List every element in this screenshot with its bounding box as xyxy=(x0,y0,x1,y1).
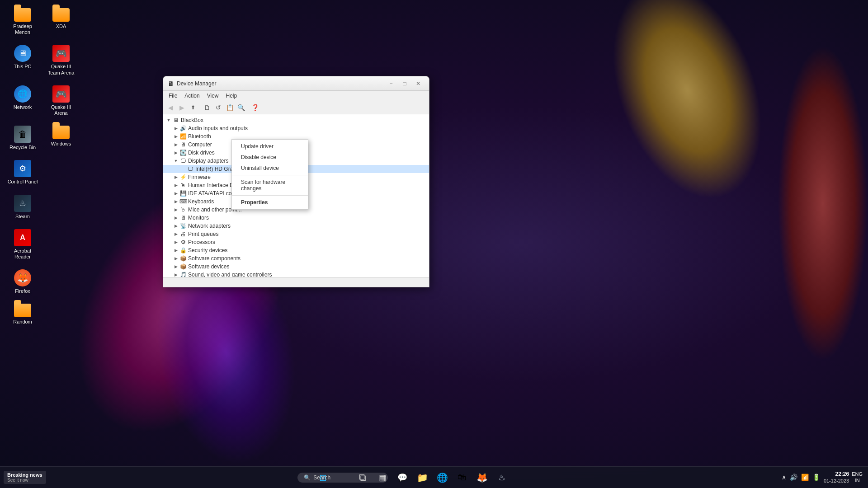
wifi-icon[interactable]: 📶 xyxy=(800,473,810,482)
clock[interactable]: 22:26 01-12-2023 xyxy=(824,471,849,484)
tree-expander[interactable]: ▶ xyxy=(172,190,179,197)
tree-expander[interactable]: ▶ xyxy=(172,230,179,238)
tree-item-monitors[interactable]: ▶ 🖥 Monitors xyxy=(163,214,429,222)
toolbar-help[interactable]: ❓ xyxy=(250,102,260,113)
steam-taskbar-button[interactable]: ♨ xyxy=(493,469,511,487)
desktop-icon-controlpanel[interactable]: ⚙ Control Panel xyxy=(5,156,41,188)
icon-row-8: 🦊 Firefox xyxy=(5,266,79,298)
desktop-icon-windows[interactable]: Windows xyxy=(43,122,79,154)
tree-icon: 📦 xyxy=(179,255,187,262)
maximize-button[interactable]: □ xyxy=(398,79,411,88)
close-button[interactable]: ✕ xyxy=(412,79,425,88)
desktop-icon-quake3-2[interactable]: 🎮 Quake III Arena xyxy=(43,82,79,120)
desktop-icon-recycle[interactable]: 🗑 Recycle Bin xyxy=(5,122,41,154)
toolbar-update[interactable]: ↺ xyxy=(213,102,224,113)
tree-expander[interactable]: ▶ xyxy=(172,255,179,262)
toolbar-scan[interactable]: 🔍 xyxy=(236,102,246,113)
tree-item-label: Software components xyxy=(188,255,429,262)
desktop-icon-network[interactable]: 🌐 Network xyxy=(5,82,41,120)
desktop-icon-quake3-arena[interactable]: 🎮 Quake III Team Arena xyxy=(43,41,79,79)
desktop-icon-xda[interactable]: XDA xyxy=(43,5,79,39)
menu-help[interactable]: Help xyxy=(222,92,241,100)
region-label: IN xyxy=(852,477,863,483)
desktop-icon-steam[interactable]: ♨ Steam xyxy=(5,191,41,223)
search-taskbar-button[interactable]: 🔍 Search xyxy=(334,469,352,487)
battery-icon[interactable]: 🔋 xyxy=(811,473,821,482)
ctx-scan-hardware[interactable]: Scan for hardware changes xyxy=(232,177,308,194)
file-explorer-button[interactable]: 📁 xyxy=(413,469,431,487)
teams-icon: 💬 xyxy=(397,473,407,483)
toolbar-back[interactable]: ◀ xyxy=(165,102,176,113)
tree-expander[interactable]: ▶ xyxy=(172,263,179,270)
tree-expander[interactable]: ▶ xyxy=(172,206,179,213)
steam-icon: ♨ xyxy=(14,195,31,212)
tree-item-processors[interactable]: ▶ ⚙ Processors xyxy=(163,238,429,246)
firefox-taskbar-icon: 🦊 xyxy=(476,472,488,483)
ctx-disable-device[interactable]: Disable device xyxy=(232,152,308,163)
tree-item-print-queues[interactable]: ▶ 🖨 Print queues xyxy=(163,230,429,238)
tree-expander[interactable]: ▶ xyxy=(172,182,179,189)
tree-item-software-components[interactable]: ▶ 📦 Software components xyxy=(163,254,429,263)
toolbar-properties[interactable]: 🗋 xyxy=(202,102,212,113)
news-ticker[interactable]: Breaking news See it now xyxy=(4,471,46,484)
widgets-button[interactable]: ▦ xyxy=(373,469,392,487)
desktop-icon-thispc[interactable]: 🖥 This PC xyxy=(5,41,41,79)
menu-action[interactable]: Action xyxy=(181,92,203,100)
desktop-icon-label: Control Panel xyxy=(8,179,38,185)
edge-button[interactable]: 🌐 xyxy=(433,469,451,487)
ctx-update-driver[interactable]: Update driver xyxy=(232,141,308,152)
window-titlebar: 🖥 Device Manager − □ ✕ xyxy=(163,76,429,91)
minimize-button[interactable]: − xyxy=(385,79,397,88)
ctx-properties[interactable]: Properties xyxy=(232,197,308,208)
desktop-icon-label: Pradeep Menon xyxy=(6,23,39,35)
store-button[interactable]: 🛍 xyxy=(453,469,471,487)
desktop-icon-pradeep[interactable]: Pradeep Menon xyxy=(5,5,41,39)
tree-expander-display[interactable]: ▼ xyxy=(172,157,179,164)
icon-row-6: ♨ Steam xyxy=(5,191,79,223)
tree-item-label: IDE ATA/ATAPI contro... xyxy=(188,190,429,197)
bg-decoration-1 xyxy=(585,0,790,220)
teams-button[interactable]: 💬 xyxy=(393,469,411,487)
tree-expander[interactable]: ▶ xyxy=(172,149,179,156)
tree-item-security[interactable]: ▶ 🔒 Security devices xyxy=(163,246,429,254)
menu-view[interactable]: View xyxy=(203,92,222,100)
tree-expander[interactable]: ▶ xyxy=(172,247,179,254)
window-controls: − □ ✕ xyxy=(385,79,425,88)
folder-icon xyxy=(52,126,70,139)
tree-expander[interactable]: ▶ xyxy=(172,222,179,230)
tree-item-software-devices[interactable]: ▶ 📦 Software devices xyxy=(163,263,429,271)
menu-file[interactable]: File xyxy=(165,92,181,100)
desktop-icon-label: XDA xyxy=(56,23,66,29)
firefox-taskbar-button[interactable]: 🦊 xyxy=(473,469,491,487)
toolbar-devices[interactable]: 📋 xyxy=(224,102,235,113)
taskview-button[interactable]: ⧉ xyxy=(354,469,372,487)
desktop-icon-firefox[interactable]: 🦊 Firefox xyxy=(5,266,41,298)
tree-icon: 🖥 xyxy=(179,141,187,148)
desktop-icon-label: Steam xyxy=(15,214,30,220)
tree-item-network-adapters[interactable]: ▶ 📡 Network adapters xyxy=(163,222,429,230)
tree-expander[interactable]: ▶ xyxy=(172,133,179,140)
tree-expander[interactable]: ▶ xyxy=(172,271,179,277)
ctx-uninstall-device[interactable]: Uninstall device xyxy=(232,163,308,174)
icon-row-7: A Acrobat Reader xyxy=(5,225,79,263)
desktop-icon-random[interactable]: Random xyxy=(5,300,41,328)
steam-taskbar-icon: ♨ xyxy=(498,473,505,483)
tree-expander[interactable]: ▶ xyxy=(172,198,179,205)
tree-item-audio[interactable]: ▶ 🔊 Audio inputs and outputs xyxy=(163,124,429,132)
tree-item-sound-video[interactable]: ▶ 🎵 Sound, video and game controllers xyxy=(163,271,429,277)
desktop-icon-label: Acrobat Reader xyxy=(6,248,39,260)
toolbar-up[interactable]: ⬆ xyxy=(188,102,198,113)
tree-expander[interactable]: ▶ xyxy=(172,125,179,132)
tree-expander[interactable]: ▼ xyxy=(165,117,172,124)
chevron-up-icon[interactable]: ∧ xyxy=(781,473,787,482)
news-sub: See it now xyxy=(7,478,42,483)
tree-icon: 📡 xyxy=(179,222,187,230)
speaker-icon[interactable]: 🔊 xyxy=(789,473,798,482)
tree-root[interactable]: ▼ 🖥 BlackBox xyxy=(163,116,429,124)
toolbar-forward[interactable]: ▶ xyxy=(176,102,187,113)
tree-expander[interactable]: ▶ xyxy=(172,141,179,148)
tree-expander[interactable]: ▶ xyxy=(172,174,179,181)
tree-expander[interactable]: ▶ xyxy=(172,214,179,221)
desktop-icon-acrobat[interactable]: A Acrobat Reader xyxy=(5,225,41,263)
tree-expander[interactable]: ▶ xyxy=(172,239,179,246)
